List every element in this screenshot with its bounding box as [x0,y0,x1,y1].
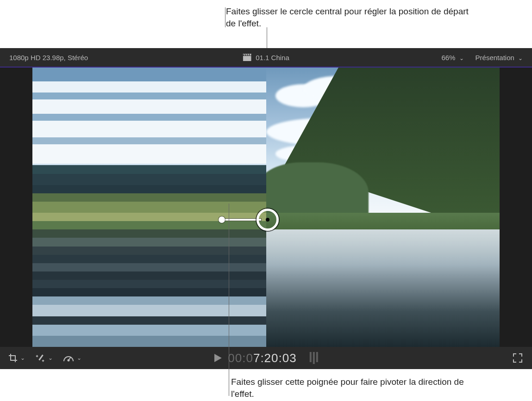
svg-rect-0 [243,56,251,61]
crop-tool-menu[interactable]: ⌄ [8,353,25,363]
retime-tool-menu[interactable]: ⌄ [63,354,81,362]
view-menu[interactable]: Présentation ⌄ [476,54,523,62]
tool-group: ⌄ ⌄ [8,353,81,363]
view-menu-label: Présentation [476,54,514,62]
magic-wand-icon [35,353,45,363]
svg-point-10 [68,360,69,361]
zoom-level: 66% [441,54,455,62]
leader-line [229,204,229,396]
effect-on-screen-control[interactable] [257,209,279,231]
clapperboard-icon [243,54,251,61]
fullscreen-button[interactable] [513,353,523,363]
timecode-prefix: 00:0 [228,351,253,365]
chevron-down-icon: ⌄ [518,55,523,62]
motion-blur-effect [32,68,266,347]
viewer-top-bar: 1080p HD 23.98p, Stéréo 01.1 China [0,48,532,67]
leader-line [225,7,225,27]
chevron-down-icon: ⌄ [459,55,464,62]
svg-marker-8 [42,359,44,362]
preview-canvas[interactable] [32,68,500,347]
svg-marker-11 [214,354,221,362]
timecode: 7:20:03 [253,351,297,365]
svg-marker-7 [36,355,38,358]
playhead-readout: 00:07:20:03 [214,351,318,365]
viewer-window: 1080p HD 23.98p, Stéréo 01.1 China [0,48,532,369]
crop-icon [8,353,18,363]
svg-rect-6 [38,354,43,360]
viewer-bottom-bar: ⌄ ⌄ [0,347,532,369]
clip-name: 01.1 China [256,54,289,62]
top-callout: Faites glisser le cercle central pour ré… [226,6,476,29]
effect-direction-line[interactable] [225,219,261,221]
format-label: 1080p HD 23.98p, Stéréo [9,54,88,62]
speed-gauge-icon [63,354,74,362]
chevron-down-icon: ⌄ [77,355,81,361]
documentation-figure: Faites glisser le cercle central pour ré… [0,0,532,401]
play-icon[interactable] [214,351,221,365]
zoom-menu[interactable]: 66% ⌄ [441,54,463,62]
chevron-down-icon: ⌄ [48,355,53,361]
chevron-down-icon: ⌄ [20,355,25,361]
effect-center-ring[interactable] [257,209,279,231]
effect-direction-handle[interactable] [219,216,225,223]
bottom-callout: Faites glisser cette poignée pour faire … [231,376,481,400]
enhance-tool-menu[interactable]: ⌄ [35,353,53,363]
loop-icon[interactable] [310,352,318,364]
